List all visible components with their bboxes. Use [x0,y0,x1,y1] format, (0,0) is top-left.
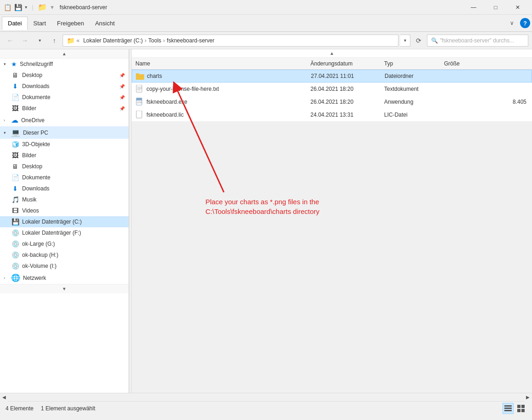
ribbon-help-button[interactable]: ? [520,18,530,28]
pin-icon-desktop: 📌 [119,73,125,78]
maximize-button[interactable]: □ [485,0,506,15]
view-tiles-button[interactable] [515,403,526,414]
file-row-license[interactable]: copy-your-license-file-here.txt 26.04.20… [132,83,532,95]
sidebar-item-lokaler-f[interactable]: 💿 Lokaler Datenträger (F:) [0,227,129,238]
file-date-lic: 24.04.2021 13:31 [310,112,384,118]
sidebar-item-videos[interactable]: 🎞 Videos [0,205,129,216]
svg-rect-1 [136,73,139,75]
videos-label: Videos [22,207,39,214]
sidebar-onedrive-header[interactable]: › ☁ OneDrive [0,114,129,126]
col-header-date[interactable]: Änderungsdatum [310,60,384,67]
sidebar-item-bilder[interactable]: 🖼 Bilder [0,150,129,161]
col-header-type[interactable]: Typ [384,60,444,67]
file-name-text-lic: fskneeboard.lic [146,112,184,118]
sidebar-item-desktop[interactable]: 🖥 Desktop [0,161,129,172]
window-title: fskneeboard-server [59,4,463,11]
address-dropdown-button[interactable]: ▾ [400,35,410,47]
sidebar-item-desktop-quick[interactable]: 🖥 Desktop 📌 [0,70,129,81]
svg-rect-15 [521,405,525,408]
svg-text:EXE: EXE [137,101,142,104]
sidebar-item-dokumente[interactable]: 📄 Dokumente [0,172,129,183]
search-box[interactable]: 🔍 "fskneeboard-server" durchs... [427,35,528,47]
hscroll-track[interactable] [8,393,524,401]
refresh-button[interactable]: ⟳ [412,34,425,47]
sidebar-item-musik[interactable]: 🎵 Musik [0,194,129,205]
title-bar-controls: — □ ✕ [463,0,528,15]
svg-rect-9 [136,111,142,118]
minimize-button[interactable]: — [463,0,484,15]
back-button[interactable]: ← [4,34,17,47]
file-columns-header: Name Änderungsdatum Typ Größe [132,58,532,70]
ribbon-collapse-button[interactable]: ∨ [505,17,518,30]
close-button[interactable]: ✕ [507,0,528,15]
sidebar-item-dokumente-quick[interactable]: 📄 Dokumente 📌 [0,92,129,103]
tab-ansicht[interactable]: Ansicht [89,17,120,30]
sidebar-item-downloads-quick[interactable]: ⬇ Downloads 📌 [0,81,129,92]
sidebar-schnellzugriff-header[interactable]: ▾ ★ Schnellzugriff [0,59,129,70]
sidebar-item-bilder-quick[interactable]: 🖼 Bilder 📌 [0,103,129,114]
dropdown-nav-button[interactable]: ▾ [33,34,46,47]
netzwerk-chevron: › [4,276,9,280]
svg-rect-0 [136,74,144,80]
netzwerk-icon: 🌐 [11,273,20,282]
dokumente-pc-icon: 📄 [11,173,19,182]
sidebar-item-lokaler-c[interactable]: 💾 Lokaler Datenträger (C:) [0,216,129,227]
sidebar-item-ok-backup[interactable]: 💿 ok-backup (H:) [0,249,129,260]
file-type-lic: LIC-Datei [384,112,444,118]
desktop-label: Desktop [22,72,42,78]
bilder-label: Bilder [22,152,36,159]
col-header-size[interactable]: Größe [444,60,528,67]
sidebar-item-downloads[interactable]: ⬇ Downloads [0,183,129,194]
ribbon-tabs: Datei Start Freigeben Ansicht ∨ ? [0,15,532,31]
file-size-exe: 8.405 [444,99,528,105]
title-dropdown-arrow[interactable]: ▾ [25,5,27,10]
bilder-quick-label: Bilder [22,105,36,112]
sidebar-scroll-up[interactable]: ▲ [0,49,129,59]
file-row-exe[interactable]: EXE fskneeboard.exe 26.04.2021 18:20 Anw… [132,95,532,108]
star-icon: ★ [11,60,17,68]
sidebar-netzwerk-header[interactable]: › 🌐 Netzwerk [0,272,129,284]
file-list-sort-row: ▲ [132,49,532,58]
desktop-pc-label: Desktop [22,163,42,170]
folder-icon-charts [136,72,144,80]
file-name-charts: charts [136,72,311,80]
tab-freigeben[interactable]: Freigeben [52,17,90,30]
file-type-charts: Dateiordner [385,73,444,79]
view-details-button[interactable] [503,403,514,414]
sidebar-item-ok-large[interactable]: 💿 ok-Large (G:) [0,238,129,249]
dieser-pc-label: Dieser PC [23,130,48,136]
file-date-charts: 27.04.2021 11:01 [311,73,385,79]
svg-rect-12 [504,408,512,409]
onedrive-icon: ☁ [11,116,18,124]
address-path[interactable]: 📁 « Lokaler Datenträger (C:) › Tools › f… [63,35,398,47]
drive-g-label: ok-Large (G:) [22,241,55,247]
sidebar-item-3dobjekte[interactable]: 🧊 3D-Objekte [0,139,129,150]
forward-button[interactable]: → [18,34,31,47]
hscroll-right-button[interactable]: ▶ [524,393,532,402]
hscroll-left-button[interactable]: ◀ [0,393,8,402]
3dobjekte-icon: 🧊 [11,140,19,148]
tab-start[interactable]: Start [28,17,51,30]
file-list-wrapper: ▲ Name Änderungsdatum Typ Größe [132,49,532,393]
downloads-label: Downloads [22,83,49,89]
tab-datei[interactable]: Datei [2,17,28,30]
sidebar-item-ok-volume[interactable]: 💿 ok-Volume (I:) [0,260,129,272]
address-bar: ← → ▾ ↑ 📁 « Lokaler Datenträger (C:) › T… [0,32,532,49]
breadcrumb-fskneeboard[interactable]: fskneeboard-server [167,37,214,44]
sidebar-dieser-pc-header[interactable]: ▾ 💻 Dieser PC [0,126,129,139]
title-icon-save[interactable]: 💾 [14,4,22,11]
sidebar-scroll-down[interactable]: ▼ [0,284,129,293]
breadcrumb-tools[interactable]: Tools [148,37,161,44]
breadcrumb-c-drive[interactable]: Lokaler Datenträger (C:) [83,37,143,44]
address-path-item-1[interactable]: « [76,37,80,44]
sort-icon[interactable]: ▲ [330,51,334,56]
downloads-icon: ⬇ [11,82,19,90]
up-button[interactable]: ↑ [48,34,61,47]
title-icon-clipboard[interactable]: 📋 [4,4,12,11]
hscroll-bar: ◀ ▶ [0,393,532,401]
file-row-lic[interactable]: fskneeboard.lic 24.04.2021 13:31 LIC-Dat… [132,108,532,121]
drive-h-icon: 💿 [11,251,19,259]
col-header-name[interactable]: Name [135,60,310,67]
file-row-charts[interactable]: charts 27.04.2021 11:01 Dateiordner [132,70,532,83]
title-bar: 📋 💾 ▾ | 📁 ▾ fskneeboard-server — □ ✕ [0,0,532,15]
